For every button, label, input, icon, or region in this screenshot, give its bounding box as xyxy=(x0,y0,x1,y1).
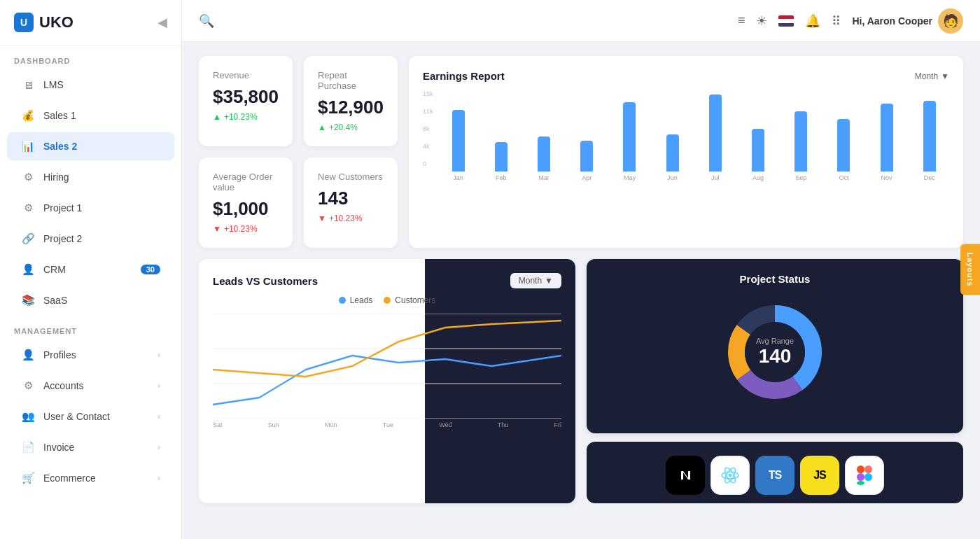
user-greeting: Hi, Aaron Cooper 🧑 xyxy=(852,8,963,34)
leads-chevron-icon: ▼ xyxy=(545,276,553,286)
repeat-purchase-card: Repeat Purchase $12,900 ▲ +20.4% xyxy=(304,56,398,146)
new-customers-change: ▼ +10.23% xyxy=(318,214,384,223)
sidebar-item-profiles[interactable]: 👤 Profiles › xyxy=(7,341,174,369)
x-label-fri: Fri xyxy=(554,421,562,428)
language-flag[interactable] xyxy=(778,15,794,27)
bottom-row: Leads VS Customers Month ▼ Leads Custome… xyxy=(199,259,963,503)
sidebar-item-sales1[interactable]: 💰 Sales 1 xyxy=(7,102,174,130)
leads-title: Leads VS Customers xyxy=(213,275,318,287)
sidebar-item-label-saas: SaaS xyxy=(43,295,67,306)
right-panel: Project Status xyxy=(587,259,963,503)
bar-label-apr: Apr xyxy=(582,174,592,181)
avg-order-value: $1,000 xyxy=(213,198,279,220)
search-bar: 🔍 xyxy=(199,13,729,29)
leads-legend-item: Leads xyxy=(339,295,373,305)
x-label-thu: Thu xyxy=(498,421,509,428)
sidebar-item-label-hiring: Hiring xyxy=(43,172,69,183)
notification-icon[interactable]: 🔔 xyxy=(805,13,820,29)
leads-chart-card: Leads VS Customers Month ▼ Leads Custome… xyxy=(199,259,575,503)
ecommerce-icon: 🛒 xyxy=(21,471,35,485)
bar-jun xyxy=(666,134,679,172)
sidebar: U UKO ◀ DASHBOARD 🖥 LMS 💰 Sales 1 📊 Sale… xyxy=(0,0,182,539)
sidebar-item-ecommerce[interactable]: 🛒 Ecommerce › xyxy=(7,464,174,492)
revenue-value: $35,800 xyxy=(213,86,279,108)
bar-label-aug: Aug xyxy=(752,174,764,181)
line-chart xyxy=(213,314,561,419)
bar-jul xyxy=(709,94,722,172)
bar-label-feb: Feb xyxy=(496,174,507,181)
bar-oct xyxy=(837,119,850,172)
bar-col-mar: Mar xyxy=(524,136,564,181)
user-contact-icon: 👥 xyxy=(21,410,35,424)
sidebar-item-label-lms: LMS xyxy=(43,79,64,90)
sidebar-item-sales2[interactable]: 📊 Sales 2 xyxy=(7,132,174,160)
customers-dot xyxy=(384,297,391,304)
project-status-title: Project Status xyxy=(740,273,811,285)
sidebar-item-label-sales1: Sales 1 xyxy=(43,110,76,121)
sidebar-item-project2[interactable]: 🔗 Project 2 xyxy=(7,225,174,253)
ecommerce-chevron-icon: › xyxy=(158,473,160,483)
customers-legend-item: Customers xyxy=(384,295,435,305)
bar-label-dec: Dec xyxy=(924,174,935,181)
leads-header: Leads VS Customers Month ▼ xyxy=(213,273,561,288)
sidebar-item-label-crm: CRM xyxy=(43,264,66,275)
down-arrow-icon-2: ▼ xyxy=(318,214,326,223)
svg-rect-14 xyxy=(857,465,864,473)
avatar: 🧑 xyxy=(938,8,963,34)
bar-label-jan: Jan xyxy=(453,174,463,181)
sidebar-logo: U UKO ◀ xyxy=(0,0,181,46)
sidebar-item-hiring[interactable]: ⚙ Hiring xyxy=(7,163,174,191)
crm-badge: 30 xyxy=(141,265,160,274)
sidebar-item-saas[interactable]: 📚 SaaS xyxy=(7,286,174,314)
menu-icon[interactable]: ≡ xyxy=(738,13,746,28)
sidebar-item-label-project2: Project 2 xyxy=(43,233,82,244)
crm-icon: 👤 xyxy=(21,262,35,276)
bar-col-jan: Jan xyxy=(438,110,477,181)
month-selector[interactable]: Month ▼ xyxy=(915,71,949,81)
logo-icon: U xyxy=(14,13,34,32)
apps-icon[interactable]: ⠿ xyxy=(832,13,841,29)
revenue-label: Revenue xyxy=(213,70,279,80)
svg-point-18 xyxy=(864,473,872,481)
svg-rect-17 xyxy=(857,481,864,485)
bar-label-nov: Nov xyxy=(881,174,892,181)
bar-col-feb: Feb xyxy=(482,142,521,181)
sales2-icon: 📊 xyxy=(21,139,35,153)
sidebar-item-accounts[interactable]: ⚙ Accounts › xyxy=(7,372,174,400)
sidebar-item-lms[interactable]: 🖥 LMS xyxy=(7,71,174,99)
bar-col-sep: Sep xyxy=(781,111,820,181)
sidebar-item-project1[interactable]: ⚙ Project 1 xyxy=(7,194,174,222)
bar-label-oct: Oct xyxy=(839,174,848,181)
sidebar-item-invoice[interactable]: 📄 Invoice › xyxy=(7,433,174,461)
sidebar-item-user-contact[interactable]: 👥 User & Contact › xyxy=(7,402,174,430)
earnings-header: Earnings Report Month ▼ xyxy=(423,70,949,82)
sidebar-item-label-accounts: Accounts xyxy=(43,380,84,391)
bar-col-apr: Apr xyxy=(567,141,606,181)
x-label-mon: Mon xyxy=(325,421,337,428)
bar-label-may: May xyxy=(624,174,636,181)
logo: U UKO xyxy=(14,13,74,32)
up-arrow-icon: ▲ xyxy=(213,112,221,122)
leads-month-button[interactable]: Month ▼ xyxy=(510,273,561,288)
user-greeting-text: Hi, Aaron Cooper xyxy=(852,15,932,27)
dashboard-body: Revenue $35,800 ▲ +10.23% Repeat Purchas… xyxy=(182,42,980,539)
project-status-card: Project Status xyxy=(587,259,963,433)
bar-jan xyxy=(452,110,465,172)
new-customers-card: New Customers 143 ▼ +10.23% xyxy=(304,158,398,248)
mini-cards: Revenue $35,800 ▲ +10.23% Repeat Purchas… xyxy=(199,56,398,248)
sidebar-item-crm[interactable]: 👤 CRM 30 xyxy=(7,255,174,284)
bar-label-jul: Jul xyxy=(711,174,720,181)
main-content: 🔍 ≡ ☀ 🔔 ⠿ Hi, Aaron Cooper 🧑 Revenue $35… xyxy=(182,0,980,539)
leads-legend-label: Leads xyxy=(350,295,373,305)
bar-col-jun: Jun xyxy=(653,134,692,181)
bar-nov xyxy=(881,104,893,172)
chart-legend: Leads Customers xyxy=(213,295,561,305)
layouts-tab[interactable]: Layouts xyxy=(960,244,980,295)
repeat-purchase-value: $12,900 xyxy=(318,97,384,118)
cards-row: Revenue $35,800 ▲ +10.23% Repeat Purchas… xyxy=(199,56,963,248)
theme-icon[interactable]: ☀ xyxy=(756,13,767,29)
svg-rect-15 xyxy=(864,465,872,473)
sidebar-collapse-button[interactable]: ◀ xyxy=(158,15,167,30)
up-arrow-icon-2: ▲ xyxy=(318,122,326,132)
profiles-icon: 👤 xyxy=(21,348,35,362)
